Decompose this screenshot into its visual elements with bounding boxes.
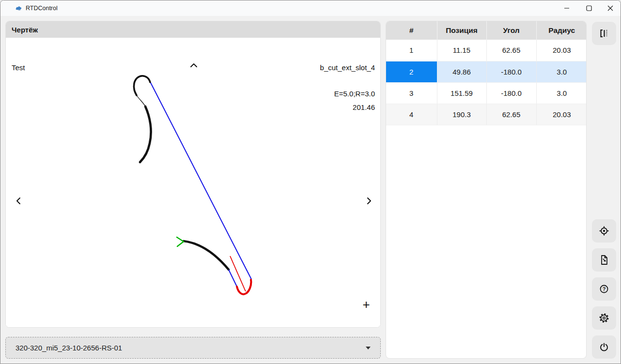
element-params-label: E=5.0;R=3.0 xyxy=(334,90,375,98)
profile-name-label: Test xyxy=(12,63,25,72)
black-contour-bottom-arc xyxy=(184,241,229,270)
row-number-cell[interactable]: 1 xyxy=(386,40,437,61)
angle-cell[interactable]: -180.0 xyxy=(486,61,536,82)
position-cell[interactable]: 49.86 xyxy=(437,61,486,82)
black-contour-thin-link xyxy=(137,95,145,106)
zoom-out-button[interactable]: − xyxy=(360,327,373,328)
close-button[interactable] xyxy=(599,0,621,16)
panel-toggle-icon xyxy=(598,28,610,39)
file-import-icon xyxy=(598,254,610,266)
locate-icon xyxy=(598,225,610,237)
radius-cell[interactable]: 20.03 xyxy=(536,104,587,125)
table-header-row: # Позиция Угол Радиус xyxy=(386,21,587,40)
power-icon xyxy=(598,341,610,353)
position-cell[interactable]: 151.59 xyxy=(437,82,486,104)
col-header-angle: Угол xyxy=(486,21,536,40)
element-length-label: 201.46 xyxy=(353,103,375,111)
plus-icon: + xyxy=(362,298,370,311)
drawing-svg xyxy=(6,38,380,327)
position-cell[interactable]: 11.15 xyxy=(437,40,486,61)
chevron-right-icon xyxy=(364,196,374,206)
blue-slot-edge-left xyxy=(229,270,237,287)
row-number-cell[interactable]: 4 xyxy=(386,104,437,125)
position-cell[interactable]: 190.3 xyxy=(437,104,486,125)
angle-cell[interactable]: 62.65 xyxy=(486,104,536,125)
table-body: 111.1562.6520.03249.86-180.03.03151.59-1… xyxy=(386,40,587,125)
row-number-cell[interactable]: 3 xyxy=(386,82,437,104)
radius-cell[interactable]: 20.03 xyxy=(536,40,587,61)
window-title: RTDControl xyxy=(26,5,58,12)
red-slot-axis xyxy=(230,256,246,291)
element-name-label: b_cut_ext_slot_4 xyxy=(320,63,375,72)
app-window: RTDControl Чертёж xyxy=(0,0,621,364)
black-contour-top-hook xyxy=(134,76,150,95)
table-row[interactable]: 249.86-180.03.0 xyxy=(386,61,587,82)
chevron-left-icon xyxy=(14,196,23,206)
zoom-in-button[interactable]: + xyxy=(360,298,373,311)
minus-icon: − xyxy=(362,327,370,328)
help-icon: ? xyxy=(598,283,610,295)
panel-toggle-button[interactable] xyxy=(592,22,616,45)
col-header-position: Позиция xyxy=(437,21,486,40)
help-button[interactable]: ? xyxy=(592,277,616,301)
table-row[interactable]: 4190.362.6520.03 xyxy=(386,104,587,125)
titlebar: RTDControl xyxy=(0,0,621,16)
table-row[interactable]: 3151.59-180.03.0 xyxy=(386,82,587,104)
col-header-num: # xyxy=(386,21,437,40)
fit-view-button[interactable] xyxy=(15,327,28,328)
settings-icon xyxy=(598,312,610,324)
blue-slot-edge-right xyxy=(151,83,251,279)
radius-cell[interactable]: 3.0 xyxy=(536,82,587,104)
locate-button[interactable] xyxy=(592,219,616,243)
radius-cell[interactable]: 3.0 xyxy=(536,61,587,82)
pan-up-button[interactable] xyxy=(187,59,200,72)
points-table: # Позиция Угол Радиус 111.1562.6520.0324… xyxy=(386,21,587,125)
pan-left-button[interactable] xyxy=(12,195,25,207)
close-icon xyxy=(607,5,613,11)
angle-cell[interactable]: -180.0 xyxy=(486,82,536,104)
col-header-radius: Радиус xyxy=(536,21,587,40)
dropdown-arrow-icon xyxy=(366,347,371,349)
drawing-panel-title: Чертёж xyxy=(12,26,38,34)
pan-right-button[interactable] xyxy=(363,195,375,207)
svg-text:?: ? xyxy=(603,286,606,292)
drawing-canvas[interactable]: Test b_cut_ext_slot_4 E=5.0;R=3.0 201.46… xyxy=(6,38,380,327)
app-logo-icon xyxy=(15,4,23,12)
table-row[interactable]: 111.1562.6520.03 xyxy=(386,40,587,61)
settings-button[interactable] xyxy=(592,306,616,330)
angle-cell[interactable]: 62.65 xyxy=(486,40,536,61)
chevron-up-icon xyxy=(189,61,199,70)
drawing-panel-header: Чертёж xyxy=(6,21,380,38)
file-selector[interactable]: 320-320_mi5_23-10-2656-RS-01 xyxy=(5,337,381,359)
drawing-panel: Чертёж Test b_cut_e xyxy=(5,21,381,328)
green-start-marker xyxy=(177,237,184,246)
points-table-panel: # Позиция Угол Радиус 111.1562.6520.0324… xyxy=(386,21,587,359)
maximize-icon xyxy=(586,5,592,11)
black-contour-s-arc xyxy=(140,106,151,162)
maximize-button[interactable] xyxy=(578,0,600,16)
file-import-button[interactable] xyxy=(592,248,616,272)
row-number-cell[interactable]: 2 xyxy=(386,61,437,82)
power-button[interactable] xyxy=(592,335,616,359)
minimize-icon xyxy=(564,5,570,11)
minimize-button[interactable] xyxy=(556,0,578,16)
file-selector-value: 320-320_mi5_23-10-2656-RS-01 xyxy=(16,344,366,352)
